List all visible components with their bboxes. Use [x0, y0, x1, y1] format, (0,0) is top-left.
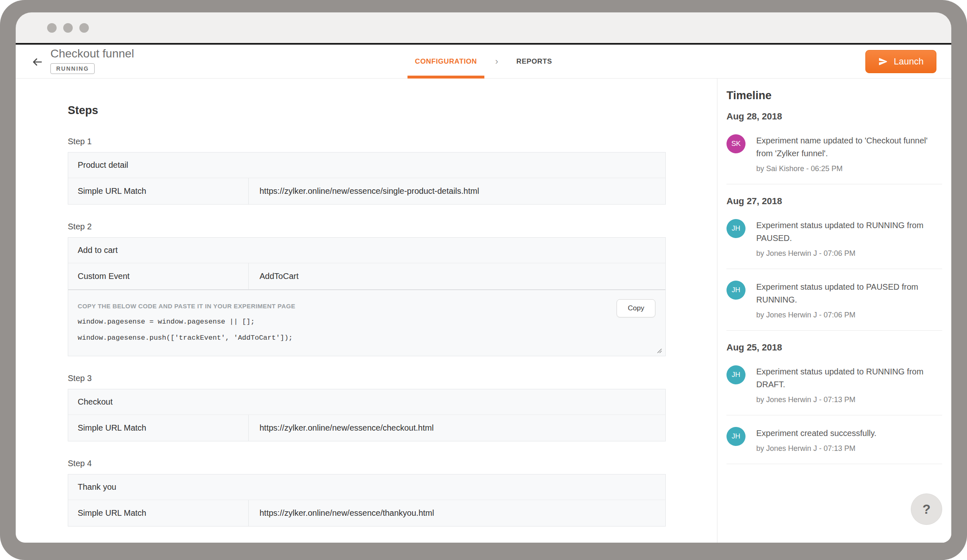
match-type-cell: Simple URL Match	[68, 500, 249, 526]
step-section-1: Step 1 Product detail Simple URL Match h…	[68, 137, 717, 205]
step-table: Add to cart Custom Event AddToCart COPY …	[68, 237, 666, 356]
event-body: Experiment status updated to PAUSED from…	[756, 281, 936, 319]
step-section-3: Step 3 Checkout Simple URL Match https:/…	[68, 374, 717, 441]
tab-bar: CONFIGURATION › REPORTS	[407, 45, 560, 78]
timeline-group: Aug 28, 2018 SK Experiment name updated …	[726, 111, 942, 184]
avatar: SK	[726, 134, 745, 153]
configuration-panel: Steps Step 1 Product detail Simple URL M…	[16, 79, 717, 543]
page-title: Checkout funnel	[50, 47, 134, 60]
timeline-sidebar: Timeline Aug 28, 2018 SK Experiment name…	[717, 79, 951, 543]
event-body: Experiment name updated to 'Checkout fun…	[756, 134, 936, 173]
step-condition-row: Custom Event AddToCart	[68, 263, 665, 289]
event-byline: by Jones Herwin J - 07:13 PM	[756, 396, 936, 404]
code-line: window.pagesense = window.pagesense || […	[78, 318, 654, 326]
step-condition-row: Simple URL Match https://zylker.online/n…	[68, 500, 665, 526]
timeline-event: SK Experiment name updated to 'Checkout …	[726, 134, 942, 173]
step-label: Step 3	[68, 374, 717, 383]
back-button[interactable]	[30, 55, 45, 69]
step-table: Thank you Simple URL Match https://zylke…	[68, 474, 666, 527]
event-message: Experiment status updated to PAUSED from…	[756, 281, 936, 306]
tab-label: REPORTS	[517, 57, 552, 66]
code-line: window.pagesense.push(['trackEvent', 'Ad…	[78, 334, 654, 342]
event-body: Experiment status updated to RUNNING fro…	[756, 219, 936, 258]
page-header: Checkout funnel RUNNING CONFIGURATION › …	[16, 45, 951, 79]
event-byline: by Jones Herwin J - 07:06 PM	[756, 249, 936, 258]
timeline-date: Aug 27, 2018	[726, 196, 942, 207]
window-control-dots	[47, 23, 89, 33]
avatar: JH	[726, 219, 745, 238]
timeline-event: JH Experiment status updated to RUNNING …	[726, 219, 942, 258]
paper-plane-icon	[878, 57, 888, 67]
step-label: Step 2	[68, 222, 717, 231]
window-dot-icon	[79, 23, 89, 33]
divider	[726, 415, 942, 415]
divider	[726, 184, 942, 184]
step-condition-row: Simple URL Match https://zylker.online/n…	[68, 415, 665, 441]
event-message: Experiment name updated to 'Checkout fun…	[756, 134, 936, 160]
question-mark-icon: ?	[922, 502, 931, 517]
match-value-cell: https://zylker.online/new/essence/single…	[249, 178, 665, 204]
tab-configuration[interactable]: CONFIGURATION	[407, 45, 484, 78]
match-value-cell: https://zylker.online/new/essence/checko…	[249, 415, 665, 441]
timeline-date: Aug 28, 2018	[726, 111, 942, 122]
match-type-cell: Simple URL Match	[68, 178, 249, 204]
page: Checkout funnel RUNNING CONFIGURATION › …	[16, 43, 951, 543]
step-name-cell: Checkout	[68, 389, 665, 415]
timeline-event: JH Experiment status updated to RUNNING …	[726, 365, 942, 404]
timeline-event: JH Experiment created successfully. by J…	[726, 427, 942, 453]
step-section-2: Step 2 Add to cart Custom Event AddToCar…	[68, 222, 717, 356]
step-name-cell: Product detail	[68, 153, 665, 178]
tab-reports[interactable]: REPORTS	[509, 45, 560, 78]
event-byline: by Jones Herwin J - 07:13 PM	[756, 444, 936, 453]
resize-grip-icon[interactable]	[656, 347, 662, 353]
launch-button-label: Launch	[894, 56, 924, 67]
match-type-cell: Simple URL Match	[68, 415, 249, 441]
timeline-group: Aug 27, 2018 JH Experiment status update…	[726, 196, 942, 331]
divider	[726, 269, 942, 269]
status-badge: RUNNING	[50, 63, 95, 74]
event-byline: by Sai Kishore - 06:25 PM	[756, 164, 936, 173]
event-message: Experiment status updated to RUNNING fro…	[756, 219, 936, 245]
event-byline: by Jones Herwin J - 07:06 PM	[756, 311, 936, 319]
code-instruction-label: COPY THE BELOW CODE AND PASTE IT IN YOUR…	[78, 303, 574, 310]
match-value-cell: https://zylker.online/new/essence/thanky…	[249, 500, 665, 526]
timeline-group: Aug 25, 2018 JH Experiment status update…	[726, 342, 942, 464]
step-name-cell: Add to cart	[68, 238, 665, 263]
window-dot-icon	[47, 23, 57, 33]
avatar: JH	[726, 281, 745, 300]
timeline-heading: Timeline	[726, 89, 942, 102]
avatar: JH	[726, 365, 745, 384]
help-button[interactable]: ?	[911, 493, 942, 525]
step-condition-row: Simple URL Match https://zylker.online/n…	[68, 178, 665, 204]
browser-chrome-bar	[16, 12, 951, 43]
step-table: Product detail Simple URL Match https://…	[68, 152, 666, 205]
divider	[726, 330, 942, 331]
event-body: Experiment status updated to RUNNING fro…	[756, 365, 936, 404]
event-body: Experiment created successfully. by Jone…	[756, 427, 936, 453]
step-label: Step 4	[68, 459, 717, 468]
step-table: Checkout Simple URL Match https://zylker…	[68, 389, 666, 441]
code-snippet-textarea[interactable]: COPY THE BELOW CODE AND PASTE IT IN YOUR…	[68, 289, 665, 356]
browser-window-frame: Checkout funnel RUNNING CONFIGURATION › …	[0, 0, 967, 560]
arrow-left-icon	[31, 56, 43, 68]
timeline-event: JH Experiment status updated to PAUSED f…	[726, 281, 942, 319]
content-row: Steps Step 1 Product detail Simple URL M…	[16, 79, 951, 543]
tab-label: CONFIGURATION	[415, 57, 477, 66]
divider	[726, 464, 942, 464]
launch-button[interactable]: Launch	[865, 50, 936, 73]
match-type-cell: Custom Event	[68, 263, 249, 289]
event-message: Experiment created successfully.	[756, 427, 936, 440]
copy-button[interactable]: Copy	[617, 299, 655, 317]
avatar: JH	[726, 427, 745, 446]
chevron-right-icon: ›	[495, 56, 498, 67]
window-dot-icon	[63, 23, 73, 33]
match-value-cell: AddToCart	[249, 263, 665, 289]
step-section-4: Step 4 Thank you Simple URL Match https:…	[68, 459, 717, 527]
event-message: Experiment status updated to RUNNING fro…	[756, 365, 936, 391]
experiment-title-block: Checkout funnel RUNNING	[50, 47, 134, 74]
steps-heading: Steps	[68, 104, 717, 117]
step-name-cell: Thank you	[68, 474, 665, 500]
step-label: Step 1	[68, 137, 717, 146]
timeline-date: Aug 25, 2018	[726, 342, 942, 353]
